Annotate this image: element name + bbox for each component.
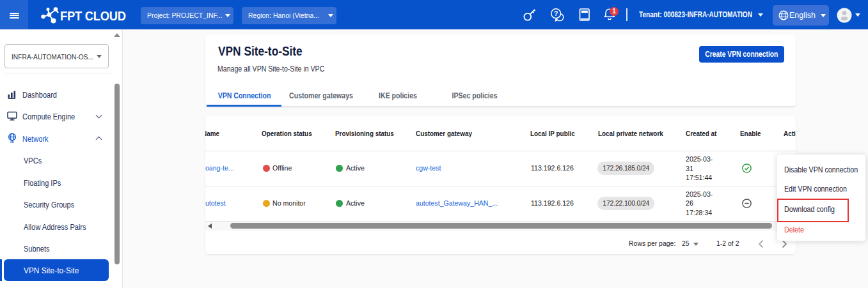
- svg-text:?: ?: [554, 10, 558, 17]
